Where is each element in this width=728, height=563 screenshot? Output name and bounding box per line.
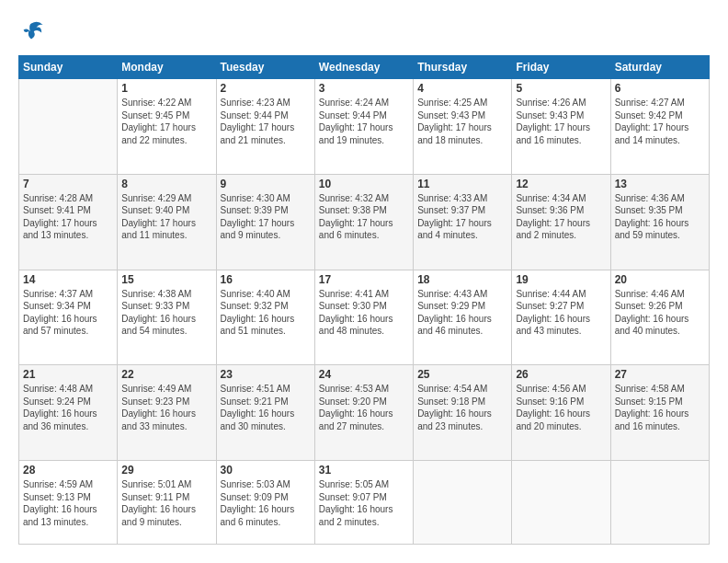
day-number: 21: [23, 368, 113, 381]
calendar-cell: 23Sunrise: 4:51 AM Sunset: 9:21 PM Dayli…: [216, 365, 314, 461]
calendar-cell: 19Sunrise: 4:44 AM Sunset: 9:27 PM Dayli…: [512, 270, 610, 365]
week-row-1: 1Sunrise: 4:22 AM Sunset: 9:45 PM Daylig…: [19, 79, 710, 175]
calendar-cell: 7Sunrise: 4:28 AM Sunset: 9:41 PM Daylig…: [19, 174, 118, 270]
day-info: Sunrise: 4:59 AM Sunset: 9:13 PM Dayligh…: [23, 478, 113, 528]
day-info: Sunrise: 4:28 AM Sunset: 9:41 PM Dayligh…: [23, 192, 113, 242]
calendar-cell: 28Sunrise: 4:59 AM Sunset: 9:13 PM Dayli…: [19, 461, 118, 545]
calendar-cell: 14Sunrise: 4:37 AM Sunset: 9:34 PM Dayli…: [19, 270, 118, 365]
calendar-cell: 10Sunrise: 4:32 AM Sunset: 9:38 PM Dayli…: [314, 174, 413, 270]
day-info: Sunrise: 4:24 AM Sunset: 9:44 PM Dayligh…: [319, 97, 409, 146]
calendar-cell: 1Sunrise: 4:22 AM Sunset: 9:45 PM Daylig…: [118, 79, 216, 175]
calendar-cell: 4Sunrise: 4:25 AM Sunset: 9:43 PM Daylig…: [414, 79, 512, 175]
day-number: 11: [417, 178, 507, 190]
day-number: 6: [615, 82, 705, 95]
logo-icon: [18, 18, 44, 44]
calendar-cell: [610, 461, 709, 545]
calendar-cell: 12Sunrise: 4:34 AM Sunset: 9:36 PM Dayli…: [512, 174, 610, 270]
day-info: Sunrise: 4:40 AM Sunset: 9:32 PM Dayligh…: [221, 288, 311, 338]
day-info: Sunrise: 4:54 AM Sunset: 9:18 PM Dayligh…: [417, 383, 507, 432]
calendar-cell: [19, 79, 118, 175]
calendar-cell: 8Sunrise: 4:29 AM Sunset: 9:40 PM Daylig…: [118, 174, 216, 270]
day-info: Sunrise: 4:27 AM Sunset: 9:42 PM Dayligh…: [615, 97, 705, 146]
day-info: Sunrise: 4:43 AM Sunset: 9:29 PM Dayligh…: [417, 288, 507, 338]
week-row-3: 14Sunrise: 4:37 AM Sunset: 9:34 PM Dayli…: [19, 270, 710, 365]
day-info: Sunrise: 4:22 AM Sunset: 9:45 PM Dayligh…: [121, 97, 211, 146]
day-number: 4: [417, 82, 507, 95]
calendar-cell: 29Sunrise: 5:01 AM Sunset: 9:11 PM Dayli…: [118, 461, 216, 545]
day-number: 3: [319, 82, 409, 95]
header: [18, 18, 710, 44]
day-info: Sunrise: 4:26 AM Sunset: 9:43 PM Dayligh…: [516, 97, 606, 146]
day-info: Sunrise: 4:51 AM Sunset: 9:21 PM Dayligh…: [221, 383, 311, 432]
day-number: 27: [615, 368, 705, 381]
calendar-cell: 25Sunrise: 4:54 AM Sunset: 9:18 PM Dayli…: [414, 365, 512, 461]
calendar-cell: 5Sunrise: 4:26 AM Sunset: 9:43 PM Daylig…: [512, 79, 610, 175]
day-number: 2: [221, 82, 311, 95]
calendar-cell: 2Sunrise: 4:23 AM Sunset: 9:44 PM Daylig…: [216, 79, 314, 175]
calendar-cell: 13Sunrise: 4:36 AM Sunset: 9:35 PM Dayli…: [610, 174, 709, 270]
weekday-tuesday: Tuesday: [216, 56, 314, 79]
calendar-cell: [414, 461, 512, 545]
day-number: 10: [319, 178, 409, 190]
day-info: Sunrise: 4:34 AM Sunset: 9:36 PM Dayligh…: [516, 192, 606, 242]
day-number: 14: [23, 273, 113, 286]
day-info: Sunrise: 4:49 AM Sunset: 9:23 PM Dayligh…: [121, 383, 211, 432]
day-number: 12: [516, 178, 606, 190]
day-number: 15: [121, 273, 211, 286]
calendar-cell: 9Sunrise: 4:30 AM Sunset: 9:39 PM Daylig…: [216, 174, 314, 270]
day-number: 13: [615, 178, 705, 190]
day-number: 7: [23, 178, 113, 190]
day-number: 9: [221, 178, 311, 190]
day-info: Sunrise: 4:48 AM Sunset: 9:24 PM Dayligh…: [23, 383, 113, 432]
weekday-saturday: Saturday: [610, 56, 709, 79]
day-number: 29: [121, 464, 211, 477]
day-info: Sunrise: 4:41 AM Sunset: 9:30 PM Dayligh…: [319, 288, 409, 338]
day-number: 22: [121, 368, 211, 381]
logo: [18, 18, 48, 44]
day-info: Sunrise: 4:33 AM Sunset: 9:37 PM Dayligh…: [417, 192, 507, 242]
calendar-cell: 11Sunrise: 4:33 AM Sunset: 9:37 PM Dayli…: [414, 174, 512, 270]
weekday-monday: Monday: [118, 56, 216, 79]
day-info: Sunrise: 4:56 AM Sunset: 9:16 PM Dayligh…: [516, 383, 606, 432]
day-info: Sunrise: 4:25 AM Sunset: 9:43 PM Dayligh…: [417, 97, 507, 146]
day-number: 23: [221, 368, 311, 381]
day-info: Sunrise: 4:38 AM Sunset: 9:33 PM Dayligh…: [121, 288, 211, 338]
calendar-cell: 24Sunrise: 4:53 AM Sunset: 9:20 PM Dayli…: [314, 365, 413, 461]
day-number: 30: [221, 464, 311, 477]
calendar-cell: 3Sunrise: 4:24 AM Sunset: 9:44 PM Daylig…: [314, 79, 413, 175]
calendar-cell: 16Sunrise: 4:40 AM Sunset: 9:32 PM Dayli…: [216, 270, 314, 365]
day-number: 5: [516, 82, 606, 95]
day-info: Sunrise: 4:23 AM Sunset: 9:44 PM Dayligh…: [221, 97, 311, 146]
day-number: 16: [221, 273, 311, 286]
calendar-cell: 30Sunrise: 5:03 AM Sunset: 9:09 PM Dayli…: [216, 461, 314, 545]
week-row-4: 21Sunrise: 4:48 AM Sunset: 9:24 PM Dayli…: [19, 365, 710, 461]
day-info: Sunrise: 5:05 AM Sunset: 9:07 PM Dayligh…: [319, 478, 409, 528]
day-number: 31: [319, 464, 409, 477]
day-info: Sunrise: 4:36 AM Sunset: 9:35 PM Dayligh…: [615, 192, 705, 242]
day-info: Sunrise: 4:58 AM Sunset: 9:15 PM Dayligh…: [615, 383, 705, 432]
day-number: 26: [516, 368, 606, 381]
day-info: Sunrise: 4:37 AM Sunset: 9:34 PM Dayligh…: [23, 288, 113, 338]
day-info: Sunrise: 4:32 AM Sunset: 9:38 PM Dayligh…: [319, 192, 409, 242]
calendar-cell: 18Sunrise: 4:43 AM Sunset: 9:29 PM Dayli…: [414, 270, 512, 365]
day-number: 19: [516, 273, 606, 286]
calendar-cell: 20Sunrise: 4:46 AM Sunset: 9:26 PM Dayli…: [610, 270, 709, 365]
day-number: 18: [417, 273, 507, 286]
day-info: Sunrise: 5:03 AM Sunset: 9:09 PM Dayligh…: [221, 478, 311, 528]
weekday-sunday: Sunday: [19, 56, 118, 79]
weekday-header-row: SundayMondayTuesdayWednesdayThursdayFrid…: [19, 56, 710, 79]
day-number: 20: [615, 273, 705, 286]
day-info: Sunrise: 4:44 AM Sunset: 9:27 PM Dayligh…: [516, 288, 606, 338]
calendar-cell: 22Sunrise: 4:49 AM Sunset: 9:23 PM Dayli…: [118, 365, 216, 461]
weekday-wednesday: Wednesday: [314, 56, 413, 79]
day-info: Sunrise: 5:01 AM Sunset: 9:11 PM Dayligh…: [121, 478, 211, 528]
page: SundayMondayTuesdayWednesdayThursdayFrid…: [0, 0, 728, 563]
day-number: 17: [319, 273, 409, 286]
weekday-thursday: Thursday: [414, 56, 512, 79]
day-number: 28: [23, 464, 113, 477]
day-number: 1: [121, 82, 211, 95]
weekday-friday: Friday: [512, 56, 610, 79]
calendar: SundayMondayTuesdayWednesdayThursdayFrid…: [18, 55, 710, 545]
calendar-cell: [512, 461, 610, 545]
calendar-cell: 21Sunrise: 4:48 AM Sunset: 9:24 PM Dayli…: [19, 365, 118, 461]
